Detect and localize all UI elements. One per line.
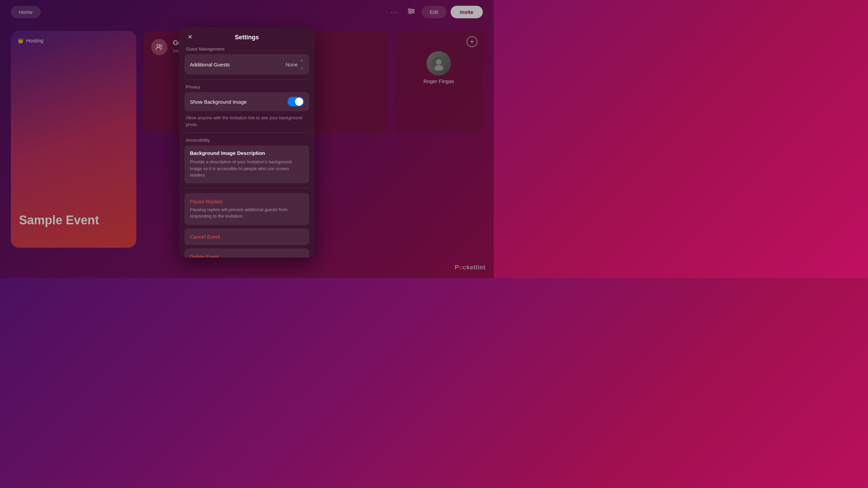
toggle-knob [295,98,303,106]
cancel-event-label: Cancel Event [190,234,304,240]
show-bg-image-toggle[interactable] [288,97,304,106]
show-bg-image-label: Show Background Image [190,99,247,105]
accessibility-label: Accessibility [184,138,309,143]
cancel-event-row[interactable]: Cancel Event [184,228,309,245]
bg-image-desc-description: Provide a description of your invitation… [190,159,304,179]
guest-management-label: Guest Management [184,46,309,52]
settings-modal: ✕ Settings Guest Management Additional G… [179,27,315,258]
pause-replies-label: Pause Replies [190,199,304,204]
pause-replies-row[interactable]: Pause Replies Pausing replies will preve… [184,193,309,225]
additional-guests-label: Additional Guests [190,62,230,67]
additional-guests-value: None ⌃⌄ [285,59,304,70]
privacy-label: Privacy [184,84,309,89]
delete-event-label: Delete Event [190,254,304,258]
close-button[interactable]: ✕ [184,32,195,42]
show-bg-image-row: Show Background Image [184,92,309,111]
additional-guests-value-text: None [285,62,298,67]
delete-event-row[interactable]: Delete Event [184,248,309,258]
additional-guests-row[interactable]: Additional Guests None ⌃⌄ [184,54,309,75]
modal-header: ✕ Settings [179,27,315,46]
divider-3 [184,188,309,188]
divider-2 [184,133,309,133]
chevron-updown-icon: ⌃⌄ [300,59,304,70]
divider-1 [184,79,309,80]
modal-overlay: ✕ Settings Guest Management Additional G… [0,0,494,278]
modal-title: Settings [235,34,259,41]
pause-replies-description: Pausing replies will prevent additional … [190,206,304,220]
modal-body: Guest Management Additional Guests None … [179,46,315,258]
bg-image-desc-title: Background Image Description [190,150,304,156]
show-bg-image-description: Allow anyone with the invitation link to… [184,112,309,128]
bg-image-desc-block[interactable]: Background Image Description Provide a d… [184,145,309,183]
